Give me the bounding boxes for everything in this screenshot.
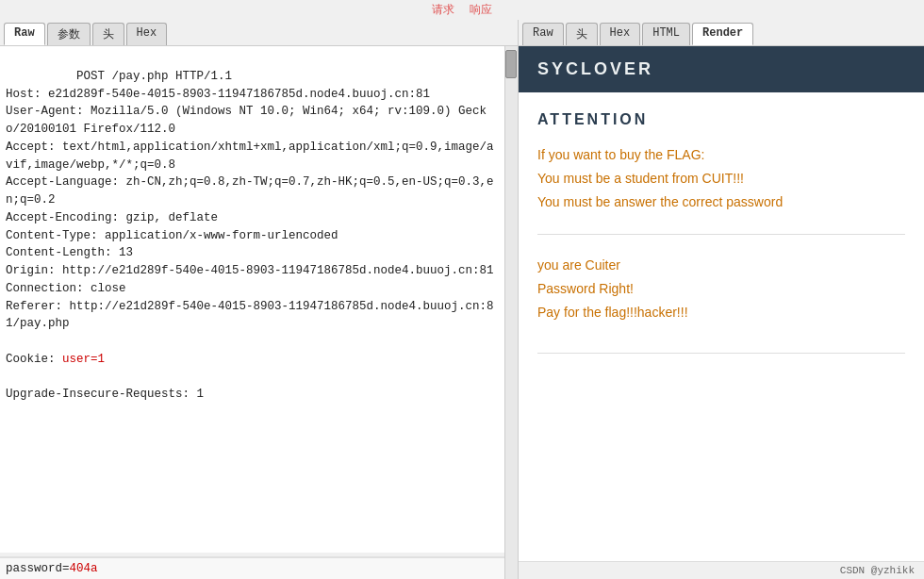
info-line-1: If you want to buy the FLAG: <box>537 143 905 167</box>
divider-bottom <box>537 353 905 354</box>
success-section: you are Cuiter Password Right! Pay for t… <box>537 254 905 335</box>
info-line-3: You must be answer the correct password <box>537 190 905 214</box>
divider <box>537 234 905 235</box>
body-param-label: password= <box>6 562 70 575</box>
right-panel: Raw 头 Hex HTML Render SYCLOVER ATTENTION… <box>519 20 924 579</box>
request-line: POST /pay.php HTTP/1.1 Host: e21d289f-54… <box>6 70 494 331</box>
scrollbar-track[interactable] <box>504 46 518 579</box>
success-line-2: Password Right! <box>537 277 905 301</box>
success-line-1: you are Cuiter <box>537 254 905 277</box>
left-panel: Raw 参数 头 Hex POST /pay.php HTTP/1.1 Host… <box>0 20 519 579</box>
right-panel-label: 响应 <box>462 2 920 18</box>
tab-hex-left[interactable]: Hex <box>126 23 168 45</box>
info-line-2: You must be a student from CUIT!!! <box>537 167 905 190</box>
upgrade-line: Upgrade-Insecure-Requests: 1 <box>6 388 204 401</box>
attention-title: ATTENTION <box>537 111 905 128</box>
tab-html-right[interactable]: HTML <box>642 23 690 45</box>
footer-text: CSDN @yzhikk <box>840 565 915 576</box>
tab-header-right[interactable]: 头 <box>566 23 598 45</box>
request-body: password=404a <box>0 558 504 579</box>
left-panel-label: 请求 <box>4 2 462 18</box>
site-header: SYCLOVER <box>519 46 924 92</box>
request-headers-text: POST /pay.php HTTP/1.1 Host: e21d289f-54… <box>0 46 504 553</box>
tab-hex-right[interactable]: Hex <box>600 23 641 45</box>
footer-bar: CSDN @yzhikk <box>519 561 924 579</box>
tab-render-right[interactable]: Render <box>692 23 753 45</box>
success-line-3: Pay for the flag!!!hacker!!! <box>537 301 905 324</box>
tab-raw-left[interactable]: Raw <box>4 23 45 45</box>
body-param-value: 404a <box>70 562 98 575</box>
response-body: ATTENTION If you want to buy the FLAG: Y… <box>519 92 924 391</box>
cookie-label: Cookie: <box>6 353 62 366</box>
cookie-value: user=1 <box>62 353 105 366</box>
right-content: SYCLOVER ATTENTION If you want to buy th… <box>519 46 924 561</box>
tab-params-left[interactable]: 参数 <box>47 23 91 45</box>
left-content-area: POST /pay.php HTTP/1.1 Host: e21d289f-54… <box>0 46 518 579</box>
scrollbar-thumb[interactable] <box>505 50 517 78</box>
right-tab-bar: Raw 头 Hex HTML Render <box>519 20 924 46</box>
tab-header-left[interactable]: 头 <box>92 23 124 45</box>
left-tab-bar: Raw 参数 头 Hex <box>0 20 518 46</box>
tab-raw-right[interactable]: Raw <box>522 23 564 45</box>
